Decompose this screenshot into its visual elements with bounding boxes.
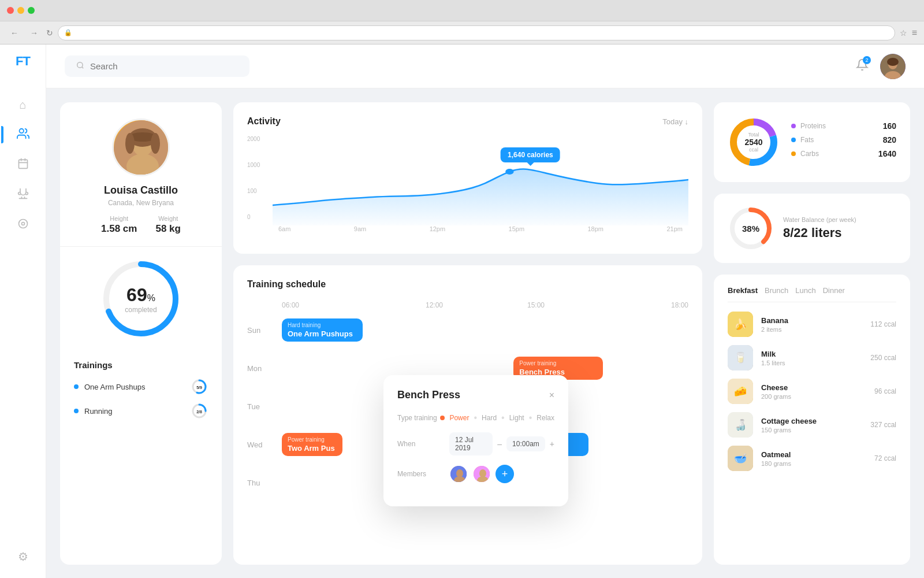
modal-type-row: Type training Power • Hard • Light • Rel… xyxy=(397,413,554,423)
block-title-sun-1: One Arm Pushups xyxy=(288,329,357,338)
forward-button[interactable]: → xyxy=(27,27,42,39)
search-input[interactable] xyxy=(90,61,238,71)
sidebar-nav: ⌂ xyxy=(10,86,36,544)
url-bar[interactable]: 🔒 xyxy=(58,25,895,40)
activity-period[interactable]: Today ↓ xyxy=(662,117,688,126)
user-avatar[interactable] xyxy=(880,54,906,79)
content-area: Louisa Castillo Canada, New Bryana Heigh… xyxy=(46,88,924,578)
progress-label: completed xyxy=(125,306,157,314)
meal-info-oatmeal: Oatmeal 180 grams xyxy=(761,450,866,467)
sidebar-item-calendar[interactable] xyxy=(10,152,36,177)
day-label-thu: Thu xyxy=(247,479,282,487)
tab-brunch[interactable]: Brunch xyxy=(765,286,795,295)
type-option-light[interactable]: Light xyxy=(509,414,524,422)
chart-x-labels: 6am 9am 12pm 15pm 18pm 21pm xyxy=(273,225,688,232)
header-right: 2 xyxy=(856,54,906,79)
chart-container: 2000 1000 100 0 xyxy=(247,136,688,240)
meal-tabs: Brekfast Brunch Lunch Dinner xyxy=(728,286,896,302)
water-value: 8/22 liters xyxy=(783,225,896,240)
height-label: Height xyxy=(101,215,137,222)
water-info: Water Balance (per week) 8/22 liters xyxy=(783,216,896,240)
tab-lunch[interactable]: Lunch xyxy=(795,286,822,295)
x-label-15pm: 15pm xyxy=(509,225,525,232)
when-time-plus[interactable]: + xyxy=(550,439,554,449)
legend-label-carbs: Carbs xyxy=(800,150,878,158)
when-date-input[interactable]: 12 Jul 2019 xyxy=(449,432,493,455)
y-label-100: 100 xyxy=(247,188,270,194)
back-button[interactable]: ← xyxy=(7,27,22,39)
when-time-input[interactable]: 10:00am xyxy=(506,436,545,451)
avatar-image xyxy=(880,54,906,79)
modal-close-button[interactable]: × xyxy=(549,390,554,401)
type-option-hard[interactable]: Hard xyxy=(482,414,497,422)
notification-button[interactable]: 2 xyxy=(856,58,869,74)
tab-dinner[interactable]: Dinner xyxy=(823,286,852,295)
svg-point-6 xyxy=(21,222,24,225)
sidebar-item-home[interactable]: ⌂ xyxy=(10,92,36,117)
profile-avatar xyxy=(112,118,170,176)
weight-stat: Weight 58 kg xyxy=(155,215,180,235)
legend-value-carbs: 1640 xyxy=(878,149,896,158)
water-label: Water Balance (per week) xyxy=(783,216,896,223)
members-row: + xyxy=(449,465,514,483)
x-label-9am: 9am xyxy=(354,225,366,232)
add-member-button[interactable]: + xyxy=(495,465,514,483)
reload-button[interactable]: ↻ xyxy=(46,28,53,38)
block-label-sun-1: Hard training xyxy=(288,322,357,328)
sidebar-item-settings[interactable]: ⚙ xyxy=(10,544,36,569)
when-time-minus[interactable]: – xyxy=(497,439,502,449)
schedule-block-wed-1[interactable]: Power training Two Arm Pus xyxy=(282,433,342,456)
activity-header: Activity Today ↓ xyxy=(247,116,688,127)
search-bar[interactable] xyxy=(65,55,249,77)
y-label-1000: 1000 xyxy=(247,162,270,168)
trainings-section: Trainings One Arm Pushups 5/9 xyxy=(60,360,222,565)
close-traffic-light[interactable] xyxy=(7,7,14,14)
donut-total-label: Total 2540 ccal xyxy=(744,132,762,153)
y-label-2000: 2000 xyxy=(247,136,270,142)
type-option-relax[interactable]: Relax xyxy=(536,414,554,422)
trophy-icon xyxy=(17,188,29,202)
meal-item-oatmeal: 🥣 Oatmeal 180 grams 72 ccal xyxy=(728,446,896,471)
member-avatar-2[interactable] xyxy=(472,465,491,483)
progress-section: 69% completed xyxy=(60,247,222,360)
meal-amount-milk: 1.5 liters xyxy=(761,360,862,366)
chart-tooltip: 1,640 calories xyxy=(501,147,560,162)
block-label-wed-1: Power training xyxy=(288,436,337,443)
meal-item-cottage: 🍶 Cottage cheese 150 grams 327 ccal xyxy=(728,412,896,438)
training-ring-2: 2/8 xyxy=(191,402,208,420)
modal-title: Bench Press xyxy=(397,389,460,401)
type-option-power[interactable]: Power xyxy=(449,414,469,422)
sidebar-item-users[interactable] xyxy=(10,122,36,147)
maximize-traffic-light[interactable] xyxy=(28,7,35,14)
member-avatar-1[interactable] xyxy=(449,465,468,483)
legend-value-fats: 820 xyxy=(883,135,896,144)
meal-image-cheese: 🧀 xyxy=(728,379,753,404)
schedule-block-sun-1[interactable]: Hard training One Arm Pushups xyxy=(282,318,363,342)
nutrition-card: Total 2540 ccal Proteins 160 xyxy=(714,102,910,182)
browser-toolbar: ← → ↻ 🔒 ☆ ≡ xyxy=(0,21,924,44)
legend-dot-carbs xyxy=(791,151,796,156)
sidebar-bottom: ⚙ xyxy=(10,544,36,569)
browser-menu-icon[interactable]: ≡ xyxy=(912,28,917,38)
training-dot-1 xyxy=(74,384,79,389)
bookmark-icon[interactable]: ☆ xyxy=(900,28,907,38)
meal-amount-banana: 2 items xyxy=(761,326,862,333)
donut-container: Total 2540 ccal xyxy=(728,116,780,168)
meal-cal-banana: 112 ccal xyxy=(870,320,896,328)
sidebar-item-circle[interactable] xyxy=(10,212,36,238)
minimize-traffic-light[interactable] xyxy=(17,7,24,14)
browser-chrome: ← → ↻ 🔒 ☆ ≡ xyxy=(0,0,924,45)
svg-text:🧀: 🧀 xyxy=(734,385,747,398)
legend-dot-fats xyxy=(791,138,796,142)
day-label-sun: Sun xyxy=(247,326,282,335)
meal-image-milk: 🥛 xyxy=(728,345,753,370)
tab-breakfast[interactable]: Brekfast xyxy=(728,286,765,295)
schedule-card: Training schedule 06:00 12:00 15:00 18:0… xyxy=(233,265,702,565)
sidebar-item-trophy[interactable] xyxy=(10,182,36,208)
weight-value: 58 kg xyxy=(155,223,180,235)
donut-total-text: Total xyxy=(744,132,762,138)
meal-image-banana: 🍌 xyxy=(728,312,753,337)
water-card: 38% Water Balance (per week) 8/22 liters xyxy=(714,194,910,263)
x-label-6am: 6am xyxy=(278,225,290,232)
time-label-06: 06:00 xyxy=(282,301,383,309)
